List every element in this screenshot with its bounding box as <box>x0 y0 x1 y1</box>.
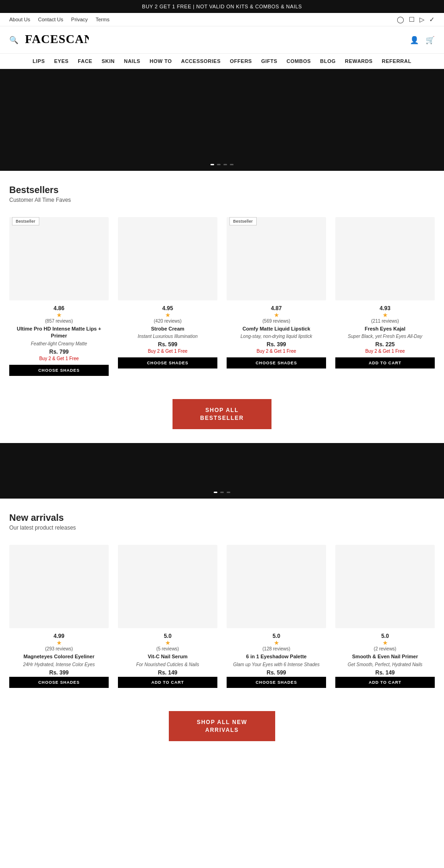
shop-all-new-arrivals-button[interactable]: SHOP ALL NEWARRIVALS <box>169 711 275 742</box>
nav-eyes[interactable]: EYES <box>54 58 68 64</box>
product-reviews-1: (857 reviews) <box>45 318 73 324</box>
hero-dot-1[interactable] <box>210 164 214 165</box>
product-price-3: Rs. 399 <box>266 341 286 348</box>
nav-link-terms[interactable]: Terms <box>96 17 110 22</box>
search-icon[interactable]: 🔍 <box>9 36 18 44</box>
shop-all-new-arrivals-container: SHOP ALL NEWARRIVALS <box>0 702 444 756</box>
nav-rewards[interactable]: REWARDS <box>345 58 373 64</box>
product-name-1: Ultime Pro HD Intense Matte Lips + Prime… <box>9 325 109 340</box>
new-arrival-price-3: Rs. 599 <box>266 669 286 676</box>
star-icon-1: ★ <box>56 312 62 318</box>
hero-dots <box>210 164 234 165</box>
choose-shades-button-2[interactable]: CHOOSE SHADES <box>118 357 217 368</box>
nav-link-privacy[interactable]: Privacy <box>71 17 88 22</box>
nav-blog[interactable]: BLOG <box>320 58 336 64</box>
product-name-3: Comfy Matte Liquid Lipstick <box>242 325 310 332</box>
product-price-1: Rs. 799 <box>49 349 68 355</box>
product-subtitle-2: Instant Luxurious Illumination <box>138 333 198 339</box>
new-arrival-star-3: ★ <box>274 639 279 646</box>
product-offer-1: Buy 2 & Get 1 Free <box>39 356 79 361</box>
new-arrival-shades-button-3[interactable]: CHOOSE SHADES <box>227 677 326 688</box>
nav-combos[interactable]: COMBOS <box>287 58 311 64</box>
new-arrival-name-1: Magneteyes Colored Eyeliner <box>24 653 94 660</box>
header-left: 🔍 FACESCANADA <box>9 30 89 50</box>
section-dot-1[interactable] <box>214 492 217 493</box>
user-icon[interactable]: 👤 <box>410 36 419 44</box>
nav-nails[interactable]: NAILS <box>124 58 141 64</box>
bestseller-product-4: 4.93 ★ (211 reviews) Fresh Eyes Kajal Su… <box>331 212 439 381</box>
nav-link-about[interactable]: About Us <box>9 17 30 22</box>
choose-shades-button-3[interactable]: CHOOSE SHADES <box>227 357 326 368</box>
hero-dot-2[interactable] <box>217 164 221 165</box>
product-offer-2: Buy 2 & Get 1 Free <box>148 349 188 354</box>
product-name-2: Strobe Cream <box>151 325 184 332</box>
nav-lips[interactable]: LIPS <box>33 58 45 64</box>
product-reviews-4: (211 reviews) <box>371 318 399 324</box>
bestsellers-title: Bestsellers <box>9 185 435 195</box>
new-arrival-subtitle-3: Glam up Your Eyes with 6 Intense Shades <box>233 662 320 668</box>
choose-shades-button-1[interactable]: CHOOSE SHADES <box>9 365 109 376</box>
product-rating-3: 4.87 <box>271 305 282 312</box>
new-arrival-price-4: Rs. 149 <box>375 669 395 676</box>
new-arrival-rating-1: 4.99 <box>54 633 64 639</box>
new-arrival-name-4: Smooth & Even Nail Primer <box>352 653 418 660</box>
nav-skin[interactable]: SKIN <box>102 58 115 64</box>
nav-face[interactable]: FACE <box>78 58 92 64</box>
product-image-2 <box>118 217 217 300</box>
product-reviews-2: (420 reviews) <box>154 318 181 324</box>
new-arrival-rating-2: 5.0 <box>164 633 172 639</box>
instagram-icon[interactable]: ◯ <box>397 16 404 23</box>
bestseller-product-3: Bestseller 4.87 ★ (569 reviews) Comfy Ma… <box>222 212 331 381</box>
youtube-icon[interactable]: ▷ <box>419 16 425 23</box>
nav-accessories[interactable]: ACCESSORIES <box>181 58 221 64</box>
new-arrival-star-2: ★ <box>165 639 171 646</box>
product-badge-1: Bestseller <box>12 217 39 225</box>
nav-how-to[interactable]: HOW TO <box>149 58 172 64</box>
section-banner-dots <box>214 492 230 493</box>
new-arrival-reviews-2: (5 reviews) <box>156 646 179 651</box>
new-arrivals-grid: 4.99 ★ (293 reviews) Magneteyes Colored … <box>0 536 444 701</box>
star-icon-3: ★ <box>274 312 279 318</box>
add-to-cart-button-4[interactable]: ADD TO CART <box>335 357 435 368</box>
nav-gifts[interactable]: GIFTS <box>261 58 278 64</box>
cart-icon[interactable]: 🛒 <box>426 36 435 44</box>
new-arrivals-title: New arrivals <box>9 512 435 523</box>
top-banner: BUY 2 GET 1 FREE | NOT VALID ON KITS & C… <box>0 0 444 13</box>
product-offer-4: Buy 2 & Get 1 Free <box>365 349 405 354</box>
star-icon-4: ★ <box>382 312 388 318</box>
hero-dot-4[interactable] <box>230 164 234 165</box>
product-rating-4: 4.93 <box>380 305 390 312</box>
new-arrival-price-2: Rs. 149 <box>158 669 177 676</box>
product-image-1 <box>9 217 109 300</box>
new-arrival-shades-button-1[interactable]: CHOOSE SHADES <box>9 677 109 688</box>
product-reviews-3: (569 reviews) <box>262 318 290 324</box>
bestseller-product-1: Bestseller 4.86 ★ (857 reviews) Ultime P… <box>5 212 113 381</box>
new-arrival-star-4: ★ <box>382 639 388 646</box>
top-nav-links: About Us Contact Us Privacy Terms <box>9 17 116 22</box>
new-arrival-price-1: Rs. 399 <box>49 669 68 676</box>
hero-dot-3[interactable] <box>223 164 227 165</box>
new-arrival-image-1 <box>9 545 109 628</box>
nav-link-contact[interactable]: Contact Us <box>38 17 63 22</box>
new-arrival-subtitle-4: Get Smooth, Perfect, Hydrated Nails <box>348 662 423 668</box>
nav-offers[interactable]: OFFERS <box>230 58 252 64</box>
product-rating-2: 4.95 <box>162 305 173 312</box>
new-arrival-name-3: 6 in 1 Eyeshadow Palette <box>246 653 307 660</box>
product-offer-3: Buy 2 & Get 1 Free <box>257 349 296 354</box>
nav-referral[interactable]: REFERRAL <box>382 58 412 64</box>
new-arrival-cart-button-2[interactable]: ADD TO CART <box>118 677 217 688</box>
new-arrivals-section-header: New arrivals Our latest product releases <box>0 499 444 536</box>
shop-all-bestseller-container: SHOP ALLBESTSELLER <box>0 390 444 443</box>
section-dot-2[interactable] <box>220 492 224 493</box>
header-right: 👤 🛒 <box>410 36 435 44</box>
product-image-3 <box>227 217 326 300</box>
section-dot-3[interactable] <box>227 492 230 493</box>
new-arrival-cart-button-4[interactable]: ADD TO CART <box>335 677 435 688</box>
bestsellers-subtitle: Customer All Time Faves <box>9 197 435 203</box>
logo-text: FACESCANADA <box>24 37 89 49</box>
shop-all-bestseller-button[interactable]: SHOP ALLBESTSELLER <box>173 399 271 430</box>
facebook-icon[interactable]: ☐ <box>409 16 415 23</box>
twitter-icon[interactable]: ✓ <box>429 16 435 23</box>
logo[interactable]: FACESCANADA <box>24 30 89 50</box>
section-banner-2 <box>0 443 444 499</box>
